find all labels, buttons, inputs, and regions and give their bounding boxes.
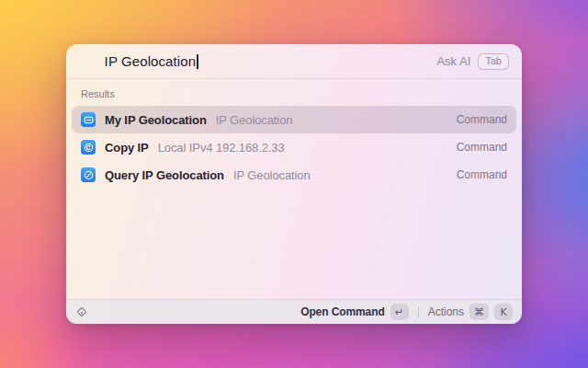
compass-icon — [81, 167, 96, 182]
cmd-keycap: ⌘ — [469, 304, 489, 320]
result-row-my-ip-geolocation[interactable]: My IP Geolocation IP Geolocation Command — [72, 106, 516, 133]
result-subtitle: IP Geolocation — [233, 168, 311, 182]
result-subtitle: Local IPv4 192.168.2.33 — [158, 141, 285, 155]
ask-ai-button[interactable]: Ask AI — [436, 54, 470, 68]
footer-divider — [418, 306, 419, 317]
k-keycap: K — [494, 304, 513, 320]
search-bar: IP Geolocation Ask AI Tab — [66, 44, 522, 79]
result-type-label: Command — [457, 141, 507, 154]
text-caret — [197, 54, 198, 69]
footer-bar: Open Command ↵ Actions ⌘ K — [66, 299, 522, 324]
empty-area — [66, 189, 522, 299]
search-value: IP Geolocation — [105, 53, 197, 69]
result-type-label: Command — [457, 113, 507, 126]
map-card-icon — [81, 112, 96, 127]
actions-button[interactable]: Actions — [428, 305, 464, 318]
return-keycap: ↵ — [390, 304, 409, 320]
result-row-copy-ip[interactable]: Copy IP Local IPv4 192.168.2.33 Command — [72, 133, 516, 161]
result-type-label: Command — [457, 168, 507, 181]
result-title: My IP Geolocation — [105, 113, 207, 127]
result-subtitle: IP Geolocation — [216, 113, 293, 127]
results-list: My IP Geolocation IP Geolocation Command… — [66, 106, 522, 189]
copy-circle-icon — [81, 140, 96, 155]
launcher-window: IP Geolocation Ask AI Tab Results My IP … — [66, 44, 522, 324]
result-title: Copy IP — [105, 141, 149, 155]
result-row-query-ip-geolocation[interactable]: Query IP Geolocation IP Geolocation Comm… — [72, 161, 516, 189]
open-command-button[interactable]: Open Command — [300, 305, 384, 318]
result-title: Query IP Geolocation — [105, 168, 224, 182]
tab-keycap: Tab — [478, 53, 509, 70]
results-section-label: Results — [66, 79, 522, 106]
raycast-logo-icon — [75, 305, 88, 318]
